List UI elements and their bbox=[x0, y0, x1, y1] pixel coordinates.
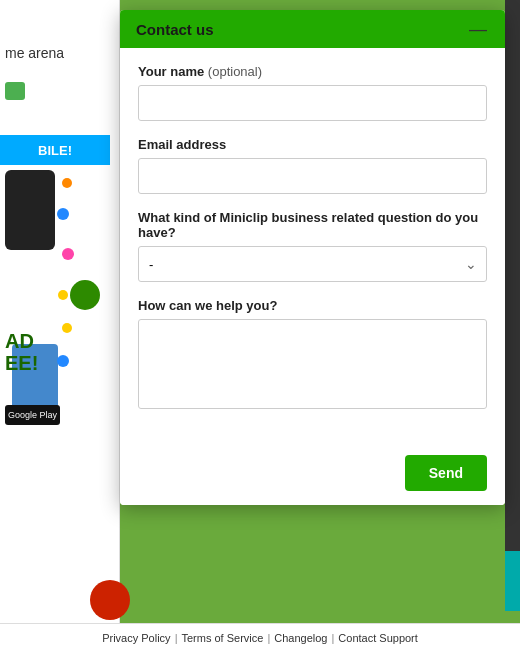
close-button[interactable]: — bbox=[467, 20, 489, 38]
name-label-text: Your name bbox=[138, 64, 204, 79]
sep3: | bbox=[331, 632, 334, 644]
email-label: Email address bbox=[138, 137, 487, 152]
play-text: Google Play bbox=[8, 410, 57, 420]
dot-blue2 bbox=[57, 355, 69, 367]
sep2: | bbox=[267, 632, 270, 644]
dot-pink bbox=[62, 248, 74, 260]
help-label: How can we help you? bbox=[138, 298, 487, 313]
terms-of-service-link[interactable]: Terms of Service bbox=[181, 632, 263, 644]
mobile-banner: BILE! bbox=[0, 135, 110, 165]
dot-yellow2 bbox=[62, 323, 72, 333]
question-type-group: What kind of Miniclip business related q… bbox=[138, 210, 487, 282]
select-wrapper: - ⌄ bbox=[138, 246, 487, 282]
footer-bar: Privacy Policy | Terms of Service | Chan… bbox=[0, 623, 520, 651]
arena-text: me arena bbox=[0, 45, 64, 61]
optional-text: (optional) bbox=[208, 64, 262, 79]
changelog-link[interactable]: Changelog bbox=[274, 632, 327, 644]
left-panel: me arena BILE! ADEE! Google Play bbox=[0, 0, 120, 651]
modal-title: Contact us bbox=[136, 21, 214, 38]
ad-text: ADEE! bbox=[5, 330, 38, 374]
name-input[interactable] bbox=[138, 85, 487, 121]
red-circle bbox=[90, 580, 130, 620]
dot-orange bbox=[62, 178, 72, 188]
privacy-policy-link[interactable]: Privacy Policy bbox=[102, 632, 170, 644]
google-play-button: Google Play bbox=[5, 405, 60, 425]
modal-body: Your name (optional) Email address What … bbox=[120, 48, 505, 445]
right-sidebar bbox=[505, 0, 520, 600]
dot-blue bbox=[57, 208, 69, 220]
contact-modal: Contact us — Your name (optional) Email … bbox=[120, 10, 505, 505]
question-type-select[interactable]: - bbox=[138, 246, 487, 282]
name-field-group: Your name (optional) bbox=[138, 64, 487, 121]
teal-area bbox=[505, 551, 520, 611]
mobile-banner-text: BILE! bbox=[38, 143, 72, 158]
modal-footer: Send bbox=[120, 445, 505, 505]
question-type-label: What kind of Miniclip business related q… bbox=[138, 210, 487, 240]
email-field-group: Email address bbox=[138, 137, 487, 194]
game-green-button bbox=[5, 82, 25, 100]
modal-header: Contact us — bbox=[120, 10, 505, 48]
help-textarea[interactable] bbox=[138, 319, 487, 409]
help-field-group: How can we help you? bbox=[138, 298, 487, 413]
name-label: Your name (optional) bbox=[138, 64, 487, 79]
send-button[interactable]: Send bbox=[405, 455, 487, 491]
email-input[interactable] bbox=[138, 158, 487, 194]
big-green-circle bbox=[70, 280, 100, 310]
phone-image bbox=[5, 170, 55, 250]
contact-support-link[interactable]: Contact Support bbox=[338, 632, 418, 644]
sep1: | bbox=[175, 632, 178, 644]
dot-yellow bbox=[58, 290, 68, 300]
